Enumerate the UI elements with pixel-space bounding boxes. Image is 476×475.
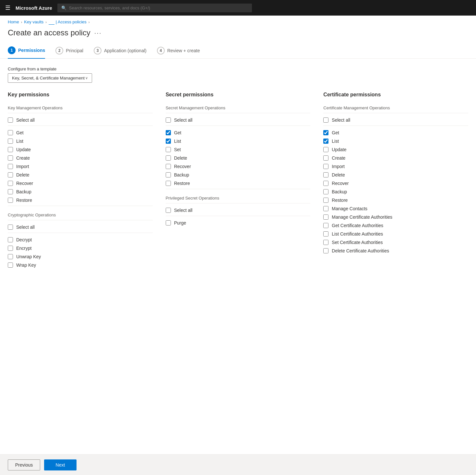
breadcrumb-blank-link[interactable] [49,19,54,25]
cert-set-cas-checkbox[interactable] [323,240,328,245]
sec-set-label[interactable]: Set [174,147,181,152]
checkbox-sec-recover[interactable]: Recover [166,162,311,171]
cert-import-label[interactable]: Import [332,164,345,169]
key-restore-checkbox[interactable] [8,198,13,203]
search-bar[interactable]: 🔍 [57,4,252,12]
checkbox-key-recover[interactable]: Recover [8,179,153,188]
checkbox-key-unwrap[interactable]: Unwrap Key [8,252,153,261]
breadcrumb-home[interactable]: Home [8,19,19,24]
cert-delete-cas-label[interactable]: Delete Certificate Authorities [332,248,389,253]
cert-delete-checkbox[interactable] [323,172,328,177]
sec-backup-label[interactable]: Backup [174,172,189,177]
key-get-label[interactable]: Get [16,130,24,135]
cert-get-checkbox[interactable] [323,130,328,135]
key-update-checkbox[interactable] [8,147,13,152]
key-encrypt-checkbox[interactable] [8,246,13,251]
sec-recover-checkbox[interactable] [166,164,171,169]
checkbox-cert-delete[interactable]: Delete [323,171,468,179]
cert-manage-contacts-label[interactable]: Manage Contacts [332,206,367,211]
checkbox-sec-backup[interactable]: Backup [166,171,311,179]
checkbox-key-list[interactable]: List [8,137,153,145]
key-backup-label[interactable]: Backup [16,189,31,194]
cert-manage-cas-label[interactable]: Manage Certificate Authorities [332,214,392,220]
key-crypto-select-all-label[interactable]: Select all [16,225,35,230]
checkbox-key-delete[interactable]: Delete [8,171,153,179]
key-wrap-checkbox[interactable] [8,262,13,268]
key-select-all-checkbox[interactable] [8,117,13,123]
key-import-label[interactable]: Import [16,164,29,169]
sec-restore-checkbox[interactable] [166,181,171,186]
key-create-checkbox[interactable] [8,155,13,161]
checkbox-cert-recover[interactable]: Recover [323,179,468,188]
cert-set-cas-label[interactable]: Set Certificate Authorities [332,240,383,245]
checkbox-sec-get[interactable]: Get [166,128,311,137]
checkbox-key-select-all[interactable]: Select all [8,116,153,124]
wizard-step-application[interactable]: 3 Application (optional) [94,47,147,58]
key-unwrap-label[interactable]: Unwrap Key [16,254,41,259]
key-encrypt-label[interactable]: Encrypt [16,246,31,251]
sec-priv-select-all-checkbox[interactable] [166,208,171,213]
key-get-checkbox[interactable] [8,130,13,135]
checkbox-cert-set-cas[interactable]: Set Certificate Authorities [323,238,468,247]
checkbox-sec-set[interactable]: Set [166,145,311,154]
checkbox-key-create[interactable]: Create [8,154,153,162]
checkbox-sec-select-all[interactable]: Select all [166,116,311,124]
checkbox-key-encrypt[interactable]: Encrypt [8,244,153,252]
sec-delete-checkbox[interactable] [166,155,171,161]
key-restore-label[interactable]: Restore [16,198,32,203]
checkbox-cert-delete-cas[interactable]: Delete Certificate Authorities [323,247,468,255]
checkbox-cert-get-cas[interactable]: Get Certificate Authorities [323,221,468,230]
key-create-label[interactable]: Create [16,155,30,161]
search-input[interactable] [69,6,248,10]
checkbox-cert-update[interactable]: Update [323,145,468,154]
sec-get-checkbox[interactable] [166,130,171,135]
checkbox-cert-select-all[interactable]: Select all [323,116,468,124]
wizard-step-review[interactable]: 4 Review + create [157,47,200,58]
sec-backup-checkbox[interactable] [166,172,171,177]
cert-list-checkbox[interactable] [323,139,328,144]
sec-purge-checkbox[interactable] [166,220,171,225]
sec-select-all-checkbox[interactable] [166,117,171,123]
checkbox-cert-backup[interactable]: Backup [323,188,468,196]
checkbox-cert-manage-cas[interactable]: Manage Certificate Authorities [323,213,468,221]
key-recover-label[interactable]: Recover [16,181,33,186]
sec-select-all-label[interactable]: Select all [174,117,193,123]
cert-create-checkbox[interactable] [323,155,328,161]
sec-restore-label[interactable]: Restore [174,181,190,186]
cert-select-all-label[interactable]: Select all [332,117,350,123]
cert-manage-contacts-checkbox[interactable] [323,206,328,211]
checkbox-sec-list[interactable]: List [166,137,311,145]
sec-purge-label[interactable]: Purge [174,220,186,225]
cert-list-cas-label[interactable]: List Certificate Authorities [332,231,383,237]
key-update-label[interactable]: Update [16,147,31,152]
checkbox-cert-list[interactable]: List [323,137,468,145]
cert-list-label[interactable]: List [332,139,339,144]
sec-priv-select-all-label[interactable]: Select all [174,208,193,213]
key-recover-checkbox[interactable] [8,181,13,186]
key-list-label[interactable]: List [16,139,23,144]
checkbox-cert-get[interactable]: Get [323,128,468,137]
checkbox-key-import[interactable]: Import [8,162,153,171]
sec-set-checkbox[interactable] [166,147,171,152]
checkbox-key-get[interactable]: Get [8,128,153,137]
breadcrumb-access-policies[interactable]: Access policies [58,19,87,24]
checkbox-sec-delete[interactable]: Delete [166,154,311,162]
cert-recover-checkbox[interactable] [323,181,328,186]
sec-recover-label[interactable]: Recover [174,164,191,169]
cert-delete-label[interactable]: Delete [332,172,345,177]
key-delete-checkbox[interactable] [8,172,13,177]
sec-list-label[interactable]: List [174,139,181,144]
checkbox-key-restore[interactable]: Restore [8,196,153,204]
checkbox-sec-purge[interactable]: Purge [166,219,311,227]
key-import-checkbox[interactable] [8,164,13,169]
checkbox-cert-restore[interactable]: Restore [323,196,468,204]
key-crypto-select-all-checkbox[interactable] [8,225,13,230]
cert-import-checkbox[interactable] [323,164,328,169]
breadcrumb-keyvaults[interactable]: Key vaults [24,19,43,24]
cert-manage-cas-checkbox[interactable] [323,214,328,220]
cert-get-label[interactable]: Get [332,130,339,135]
wizard-step-permissions[interactable]: 1 Permissions [8,46,45,59]
cert-update-label[interactable]: Update [332,147,346,152]
key-unwrap-checkbox[interactable] [8,254,13,259]
cert-select-all-checkbox[interactable] [323,117,328,123]
